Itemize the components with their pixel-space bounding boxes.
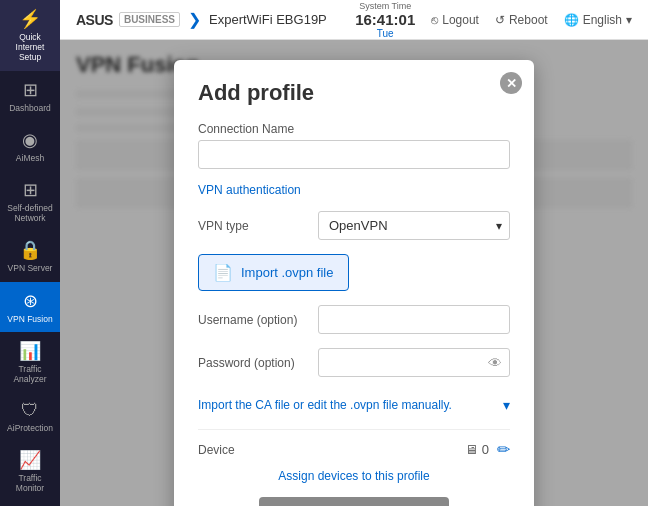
device-label: Device — [198, 443, 235, 457]
sidebar-item-label: AiMesh — [16, 153, 44, 163]
sidebar-item-settings[interactable]: ⚙ Settings — [0, 502, 60, 506]
reboot-icon: ↺ — [495, 13, 505, 27]
vpn-server-icon: 🔒 — [19, 239, 41, 261]
close-button[interactable]: ✕ — [500, 72, 522, 94]
sidebar: ⚡ Quick Internet Setup ⊞ Dashboard ◉ AiM… — [0, 0, 60, 506]
modal-overlay: ✕ Add profile Connection Name VPN authen… — [60, 40, 648, 506]
vpn-auth-link[interactable]: VPN authentication — [198, 183, 510, 197]
vpn-type-select[interactable]: OpenVPN PPTP L2TP IPSec — [318, 211, 510, 240]
password-label: Password (option) — [198, 356, 318, 370]
content-area: VPN Fusion ✕ Add profile Connection Name… — [60, 40, 648, 506]
business-badge: BUSINESS — [119, 12, 180, 27]
toggle-password-icon[interactable]: 👁 — [488, 355, 502, 371]
monitor-icon: 🖥 — [465, 442, 478, 457]
product-name: ExpertWiFi EBG19P — [209, 12, 327, 27]
vpn-type-row: VPN type OpenVPN PPTP L2TP IPSec ▾ — [198, 211, 510, 240]
system-time: System Time 16:41:01 Tue — [355, 1, 415, 39]
topbar-left: ASUS BUSINESS ❯ ExpertWiFi EBG19P — [76, 10, 327, 29]
password-input[interactable] — [318, 348, 510, 377]
dashboard-icon: ⊞ — [23, 79, 38, 101]
import-ovpn-button[interactable]: 📄 Import .ovpn file — [198, 254, 349, 291]
aiprotection-icon: 🛡 — [21, 400, 39, 421]
sidebar-item-dashboard[interactable]: ⊞ Dashboard — [0, 71, 60, 121]
reboot-button[interactable]: ↺ Reboot — [495, 13, 548, 27]
sidebar-item-label: AiProtection — [7, 423, 53, 433]
device-edit-icon[interactable]: ✏ — [497, 440, 510, 459]
language-selector[interactable]: 🌐 English ▾ — [564, 13, 632, 27]
vpn-type-select-wrapper: OpenVPN PPTP L2TP IPSec ▾ — [318, 211, 510, 240]
assign-devices-link[interactable]: Assign devices to this profile — [198, 469, 510, 483]
sidebar-item-label: VPN Server — [8, 263, 53, 273]
reboot-label: Reboot — [509, 13, 548, 27]
sidebar-item-vpn-server[interactable]: 🔒 VPN Server — [0, 231, 60, 281]
sidebar-item-label: Dashboard — [9, 103, 51, 113]
logout-label: Logout — [442, 13, 479, 27]
quick-setup-icon: ⚡ — [19, 8, 41, 30]
device-row: Device 🖥 0 ✏ — [198, 440, 510, 459]
traffic-analyzer-icon: 📊 — [19, 340, 41, 362]
dialog-title: Add profile — [198, 80, 510, 106]
system-time-label: System Time — [359, 1, 411, 11]
connection-name-input[interactable] — [198, 140, 510, 169]
device-right: 🖥 0 ✏ — [465, 440, 510, 459]
logout-button[interactable]: ⎋ Logout — [431, 13, 479, 27]
logout-icon: ⎋ — [431, 13, 438, 27]
device-count-value: 0 — [482, 442, 489, 457]
brand-logo: ASUS BUSINESS — [76, 12, 180, 28]
import-btn-label: Import .ovpn file — [241, 265, 334, 280]
asus-logo-text: ASUS — [76, 12, 113, 28]
sidebar-item-self-defined[interactable]: ⊞ Self-defined Network — [0, 171, 60, 231]
connection-name-group: Connection Name — [198, 122, 510, 169]
password-input-wrapper: 👁 — [318, 348, 510, 377]
sidebar-item-traffic-analyzer[interactable]: 📊 Traffic Analyzer — [0, 332, 60, 392]
vpn-fusion-icon: ⊛ — [23, 290, 38, 312]
topbar-right: System Time 16:41:01 Tue ⎋ Logout ↺ Rebo… — [355, 1, 632, 39]
username-input[interactable] — [318, 305, 510, 334]
sidebar-item-label: VPN Fusion — [7, 314, 52, 324]
device-count: 🖥 0 — [465, 442, 489, 457]
sidebar-item-label: Traffic Analyzer — [4, 364, 56, 384]
sidebar-item-label: Self-defined Network — [4, 203, 56, 223]
sidebar-item-vpn-fusion[interactable]: ⊛ VPN Fusion — [0, 282, 60, 332]
username-label: Username (option) — [198, 313, 318, 327]
sidebar-item-label: Traffic Monitor — [4, 473, 56, 493]
sidebar-item-traffic-monitor[interactable]: 📈 Traffic Monitor — [0, 441, 60, 501]
self-defined-icon: ⊞ — [23, 179, 38, 201]
ca-file-link: Import the CA file or edit the .ovpn fil… — [198, 398, 452, 412]
add-profile-dialog: ✕ Add profile Connection Name VPN authen… — [174, 60, 534, 506]
sidebar-item-aiprotection[interactable]: 🛡 AiProtection — [0, 392, 60, 441]
ca-expand-chevron-icon: ▾ — [503, 397, 510, 413]
sidebar-item-aimesh[interactable]: ◉ AiMesh — [0, 121, 60, 171]
aimesh-icon: ◉ — [22, 129, 38, 151]
password-row: Password (option) 👁 — [198, 348, 510, 377]
apply-enable-button[interactable]: Apply and Enable — [259, 497, 449, 506]
dialog-footer: Apply and Enable — [198, 497, 510, 506]
brand-chevron-icon: ❯ — [188, 10, 201, 29]
connection-name-label: Connection Name — [198, 122, 510, 136]
language-label: English — [583, 13, 622, 27]
sidebar-item-quick-setup[interactable]: ⚡ Quick Internet Setup — [0, 0, 60, 71]
username-row: Username (option) — [198, 305, 510, 334]
sidebar-item-label: Quick Internet Setup — [4, 32, 56, 63]
time-day: Tue — [377, 28, 394, 39]
file-icon: 📄 — [213, 263, 233, 282]
vpn-type-label: VPN type — [198, 219, 318, 233]
divider — [198, 429, 510, 430]
language-chevron-icon: ▾ — [626, 13, 632, 27]
traffic-monitor-icon: 📈 — [19, 449, 41, 471]
time-value: 16:41:01 — [355, 11, 415, 28]
globe-icon: 🌐 — [564, 13, 579, 27]
main-area: ASUS BUSINESS ❯ ExpertWiFi EBG19P System… — [60, 0, 648, 506]
topbar: ASUS BUSINESS ❯ ExpertWiFi EBG19P System… — [60, 0, 648, 40]
ca-file-expand-row[interactable]: Import the CA file or edit the .ovpn fil… — [198, 391, 510, 419]
